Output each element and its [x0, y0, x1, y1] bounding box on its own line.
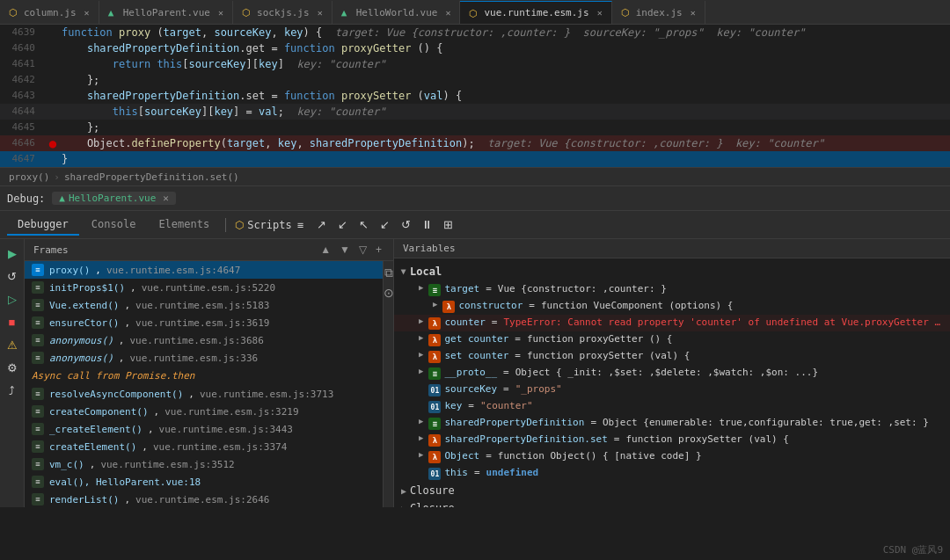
- grid-btn[interactable]: ⊞: [439, 215, 458, 235]
- scroll-copy-btn[interactable]: ⧉: [382, 265, 395, 281]
- frames-up-btn[interactable]: ▲: [318, 243, 333, 257]
- var-constructor[interactable]: ▶ λ constructor = function VueComponent …: [394, 298, 950, 315]
- frame-icon: ≡: [32, 316, 44, 329]
- local-label: Local: [410, 265, 442, 278]
- var-icon-this: 01: [428, 468, 441, 480]
- frame-vueextend[interactable]: ≡ Vue.extend(), vue.runtime.esm.js:5183: [25, 296, 393, 314]
- var-icon-object: λ: [428, 451, 441, 463]
- frame-name: Vue.extend(): [49, 300, 119, 311]
- frame-renderlist[interactable]: ≡ renderList(), vue.runtime.esm.js:2646: [25, 491, 393, 507]
- var-eq: =: [486, 283, 492, 295]
- frame-vmc[interactable]: ≡ vm_c(), vue.runtime.esm.js:3512: [25, 455, 393, 473]
- tab-column[interactable]: ⬡ column.js ✕: [0, 1, 99, 24]
- resume-left-btn[interactable]: ▷: [4, 290, 21, 308]
- step-back-btn[interactable]: ↙: [376, 215, 395, 235]
- frame-icon: ≡: [32, 405, 44, 418]
- local-section-header[interactable]: ▶ Local: [394, 262, 950, 281]
- var-spd[interactable]: ▶ ≡ sharedPropertyDefinition = Object {e…: [394, 415, 950, 432]
- step-out-btn[interactable]: ↖: [354, 215, 374, 235]
- closure-label: Closure: [410, 502, 455, 507]
- resume-btn[interactable]: ↺: [397, 215, 416, 235]
- play-btn[interactable]: ▶: [4, 244, 21, 262]
- var-set-counter[interactable]: ▶ λ set counter = function proxySetter (…: [394, 348, 950, 365]
- frames-filter-btn[interactable]: ▽: [356, 243, 369, 257]
- step-into-btn[interactable]: ↙: [333, 215, 353, 235]
- pause-btn[interactable]: ⏸: [418, 215, 437, 235]
- tab-bar: ⬡ column.js ✕ ▲ HelloParent.vue ✕ ⬡ sock…: [0, 0, 950, 25]
- variables-header: Variables: [394, 239, 950, 258]
- close-icon[interactable]: ✕: [691, 8, 696, 18]
- var-eq: =: [590, 417, 596, 428]
- var-icon-constructor: λ: [442, 301, 455, 313]
- close-icon[interactable]: ✕: [163, 193, 169, 204]
- frame-initprops[interactable]: ≡ initProps$1(), vue.runtime.esm.js:5220: [25, 279, 393, 296]
- var-key[interactable]: ▶ 01 key = "counter": [394, 398, 950, 415]
- frame-createcomponent[interactable]: ≡ createComponent(), vue.runtime.esm.js:…: [25, 403, 393, 420]
- var-target[interactable]: ▶ ≡ target = Vue {constructor: ,counter:…: [394, 281, 950, 298]
- frames-header: Frames ▲ ▼ ▽ +: [25, 239, 393, 261]
- frame-name: eval(), HelloParent.vue:18: [49, 476, 201, 488]
- code-line-4644: 4644 this[sourceKey][key] = val; key: "c…: [0, 104, 950, 120]
- var-sourcekey[interactable]: ▶ 01 sourceKey = "_props": [394, 382, 950, 398]
- close-icon[interactable]: ✕: [445, 8, 450, 18]
- reload-btn[interactable]: ↺: [4, 267, 21, 285]
- tab-runtime[interactable]: ⬡ vue.runtime.esm.js ✕: [460, 1, 611, 24]
- var-get-counter[interactable]: ▶ λ get counter = function proxyGetter (…: [394, 331, 950, 348]
- var-value: TypeError: Cannot read property 'counter…: [503, 316, 943, 328]
- var-icon-key: 01: [428, 401, 441, 413]
- frame-file: vue.runtime.esm.js:5183: [135, 300, 269, 311]
- stop-btn[interactable]: ■: [4, 313, 21, 331]
- variables-label: Variables: [403, 243, 456, 254]
- frame-resolveasync[interactable]: ≡ resolveAsyncComponent(), vue.runtime.e…: [25, 385, 393, 403]
- close-icon[interactable]: ✕: [84, 8, 90, 18]
- debug-label: Debug:: [7, 193, 45, 205]
- tab-console[interactable]: Console: [81, 215, 147, 236]
- var-object[interactable]: ▶ λ Object = function Object() { [native…: [394, 448, 950, 465]
- closure-section-1[interactable]: ▶ Closure: [394, 482, 950, 499]
- closure-section-2[interactable]: ▶ Closure: [394, 499, 950, 507]
- frame-createelement[interactable]: ≡ _createElement(), vue.runtime.esm.js:3…: [25, 420, 393, 438]
- var-eq: =: [492, 316, 498, 328]
- close-icon[interactable]: ✕: [318, 8, 323, 18]
- var-eq: =: [486, 450, 492, 462]
- var-value: Vue {constructor: ,counter: }: [498, 283, 667, 295]
- debug-file[interactable]: ▲ HelloParent.vue ✕: [52, 192, 176, 205]
- var-spd-set[interactable]: ▶ λ sharedPropertyDefinition.set = funct…: [394, 432, 950, 448]
- frame-createelement2[interactable]: ≡ createElement(), vue.runtime.esm.js:33…: [25, 438, 393, 455]
- var-proto[interactable]: ▶ ≡ __proto__ = Object { _init: ,$set: ,…: [394, 365, 950, 382]
- tab-elements[interactable]: Elements: [148, 215, 220, 236]
- frame-name: anonymous(): [49, 335, 113, 346]
- wrench-btn[interactable]: ⚙: [4, 359, 21, 376]
- tab-helloworld[interactable]: ▲ HelloWorld.vue ✕: [332, 1, 461, 24]
- tab-debugger[interactable]: Debugger: [7, 215, 79, 236]
- breadcrumb-item-2[interactable]: sharedPropertyDefinition.set(): [64, 171, 239, 183]
- tab-helloparent[interactable]: ▲ HelloParent.vue ✕: [99, 1, 233, 24]
- frames-down-btn[interactable]: ▼: [337, 243, 353, 257]
- scroll-eye-btn[interactable]: ⊙: [381, 285, 395, 301]
- code-editor: 4639 function proxy (target, sourceKey, …: [0, 25, 950, 167]
- tab-label: column.js: [24, 7, 77, 18]
- close-icon[interactable]: ✕: [597, 8, 603, 18]
- warning-btn[interactable]: ⚠: [4, 336, 21, 353]
- arrow-btn[interactable]: ⤴: [4, 382, 21, 399]
- var-this[interactable]: ▶ 01 this = undefined: [394, 465, 950, 482]
- var-value: undefined: [486, 467, 539, 478]
- frame-ensurector[interactable]: ≡ ensureCtor(), vue.runtime.esm.js:3619: [25, 314, 393, 331]
- frame-anon2[interactable]: ≡ anonymous(), vue.runtime.esm.js:336: [25, 349, 393, 367]
- tab-index[interactable]: ⬡ index.js ✕: [612, 1, 705, 24]
- var-value: function proxyGetter () {: [527, 333, 673, 345]
- var-name: this: [444, 467, 468, 478]
- frame-anon1[interactable]: ≡ anonymous(), vue.runtime.esm.js:3686: [25, 331, 393, 349]
- tab-sockjs[interactable]: ⬡ sockjs.js ✕: [233, 1, 332, 24]
- var-eq: =: [474, 467, 480, 478]
- js-icon: ⬡: [621, 7, 632, 18]
- frames-add-btn[interactable]: +: [373, 243, 384, 257]
- step-over-btn[interactable]: ↗: [312, 215, 332, 235]
- frame-eval[interactable]: ≡ eval(), HelloParent.vue:18: [25, 473, 393, 491]
- var-icon-setcounter: λ: [428, 351, 441, 363]
- var-name: get counter: [444, 333, 508, 345]
- close-icon[interactable]: ✕: [218, 8, 223, 18]
- var-counter[interactable]: ▶ λ counter = TypeError: Cannot read pro…: [394, 315, 950, 331]
- frame-proxy[interactable]: ≡ proxy(), vue.runtime.esm.js:4647: [25, 261, 393, 279]
- breadcrumb-item-1[interactable]: proxy(): [9, 171, 49, 183]
